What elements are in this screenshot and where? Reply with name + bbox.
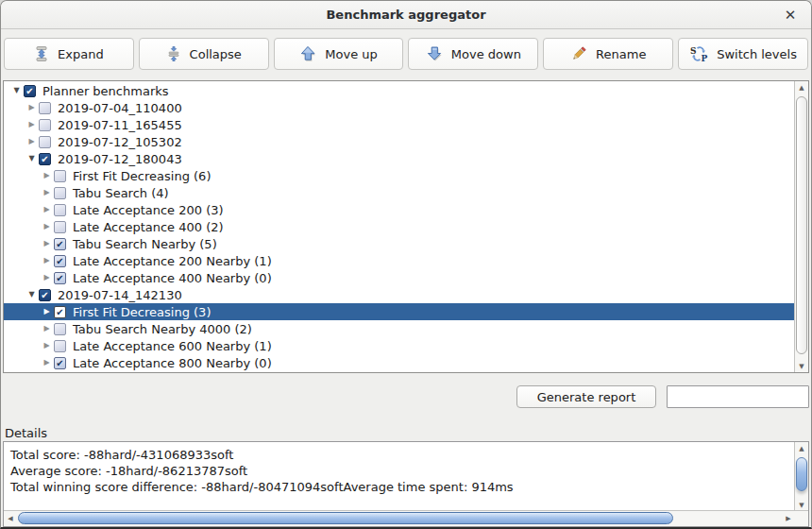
tree-label: First Fit Decreasing (6) <box>72 169 211 183</box>
tree-row[interactable]: ▶Tabu Search Nearby 4000 (2) <box>4 320 794 337</box>
tree-label: Late Acceptance 400 (2) <box>72 220 224 234</box>
tree-checkbox-mixed[interactable]: ✔ <box>39 153 51 165</box>
tree-row[interactable]: ▶Late Acceptance 600 Nearby (1) <box>4 337 794 354</box>
tree-checkbox-mixed[interactable]: ✔ <box>24 85 36 97</box>
tree-row[interactable]: ▼✔2019-07-12_180043 <box>4 150 794 167</box>
tree-row[interactable]: ▶2019-07-04_110400 <box>4 99 794 116</box>
tree-label: Tabu Search Nearby 4000 (2) <box>72 322 252 336</box>
tree-checkbox-checked[interactable]: ✔ <box>54 357 66 369</box>
tree-checkbox-unchecked[interactable] <box>39 102 51 114</box>
details-label: Details <box>5 426 47 440</box>
scroll-down-icon[interactable]: ▼ <box>795 360 808 372</box>
tree-label: First Fit Decreasing (3) <box>72 305 211 319</box>
tree-checkbox-unchecked[interactable] <box>39 136 51 148</box>
move-up-button[interactable]: Move up <box>274 38 404 70</box>
tree-row[interactable]: ▶Late Acceptance 200 (3) <box>4 201 794 218</box>
tree-checkbox-unchecked[interactable] <box>54 170 66 182</box>
rename-button[interactable]: Rename <box>543 38 673 70</box>
tree-scrollbar-thumb[interactable] <box>796 96 807 354</box>
tree-row[interactable]: ▶First Fit Decreasing (6) <box>4 167 794 184</box>
tree-checkbox-checked[interactable]: ✔ <box>54 255 66 267</box>
tree-row[interactable]: ▶✔Late Acceptance 800 Nearby (0) <box>4 354 794 371</box>
expander-collapsed-icon[interactable]: ▶ <box>40 184 54 201</box>
expander-collapsed-icon[interactable]: ▶ <box>40 320 54 337</box>
benchmark-aggregator-window: Benchmark aggregator ✕ Expand Collapse <box>0 0 812 529</box>
tree-row[interactable]: ▶✔Late Acceptance 200 Nearby (1) <box>4 252 794 269</box>
expander-collapsed-icon[interactable]: ▶ <box>40 201 54 218</box>
expander-collapsed-icon[interactable]: ▶ <box>40 252 54 269</box>
tree-checkbox-unchecked[interactable] <box>54 204 66 216</box>
tree-label: Late Acceptance 400 Nearby (0) <box>72 271 272 285</box>
tree-row[interactable]: ▶2019-07-11_165455 <box>4 116 794 133</box>
expander-expanded-icon[interactable]: ▼ <box>9 82 24 99</box>
move-down-button-label: Move down <box>451 47 521 61</box>
generate-report-button[interactable]: Generate report <box>516 385 656 408</box>
move-down-icon <box>426 45 443 62</box>
tree-row[interactable]: ▼✔Planner benchmarks <box>4 82 794 99</box>
tree-checkbox-checked[interactable]: ✔ <box>54 272 66 284</box>
details-text: Total score: -88hard/-431068933soft Aver… <box>10 447 787 495</box>
expander-collapsed-icon[interactable]: ▶ <box>40 167 54 184</box>
move-up-icon <box>299 45 316 62</box>
expander-collapsed-icon[interactable]: ▶ <box>40 337 54 354</box>
expander-expanded-icon[interactable]: ▼ <box>25 286 39 303</box>
tree-label: Late Acceptance 200 Nearby (1) <box>72 254 272 268</box>
expander-collapsed-icon[interactable]: ▶ <box>40 269 54 286</box>
switch-levels-button[interactable]: S P Switch levels <box>678 38 808 70</box>
collapse-icon <box>166 46 181 61</box>
tree-label: 2019-07-11_165455 <box>57 118 182 132</box>
expander-expanded-icon[interactable]: ▼ <box>25 150 39 167</box>
expander-collapsed-icon[interactable]: ▶ <box>40 354 54 371</box>
expander-collapsed-icon[interactable]: ▶ <box>25 99 39 116</box>
tree-checkbox-unchecked[interactable] <box>54 221 66 233</box>
svg-text:P: P <box>702 54 708 62</box>
close-icon[interactable]: ✕ <box>781 6 800 25</box>
report-name-field[interactable] <box>667 385 809 408</box>
tree-label: Late Acceptance 600 Nearby (1) <box>72 339 272 353</box>
tree-checkbox-mixed[interactable]: ✔ <box>39 289 51 301</box>
tree-label: 2019-07-14_142130 <box>57 288 182 302</box>
tree-label: Tabu Search (4) <box>72 186 169 200</box>
details-hscroll-thumb[interactable] <box>18 512 673 524</box>
scroll-left-icon[interactable]: ◀ <box>4 511 17 526</box>
tree-checkbox-unchecked[interactable] <box>39 119 51 131</box>
tree-label: Late Acceptance 800 Nearby (0) <box>72 356 272 370</box>
switch-levels-button-label: Switch levels <box>717 47 797 61</box>
move-down-button[interactable]: Move down <box>408 38 538 70</box>
rename-pencil-icon <box>570 45 587 62</box>
collapse-button-label: Collapse <box>190 47 242 61</box>
tree-checkbox-unchecked[interactable] <box>54 323 66 335</box>
details-line-average-score: Average score: -18hard/-86213787soft <box>10 463 787 479</box>
scroll-up-icon[interactable]: ▲ <box>795 442 808 454</box>
tree-row[interactable]: ▶Tabu Search (4) <box>4 184 794 201</box>
collapse-button[interactable]: Collapse <box>139 38 269 70</box>
expander-collapsed-icon[interactable]: ▶ <box>25 133 39 150</box>
tree-row[interactable]: ▶2019-07-12_105302 <box>4 133 794 150</box>
expander-collapsed-icon[interactable]: ▶ <box>25 116 39 133</box>
scroll-up-icon[interactable]: ▲ <box>795 81 808 94</box>
expander-collapsed-icon[interactable]: ▶ <box>40 303 54 320</box>
toolbar: Expand Collapse Move up <box>3 30 809 77</box>
details-line-total-score: Total score: -88hard/-431068933soft <box>10 447 787 463</box>
expander-collapsed-icon[interactable]: ▶ <box>40 218 54 235</box>
expander-collapsed-icon[interactable]: ▶ <box>40 235 54 252</box>
tree-row[interactable]: ▶✔Late Acceptance 400 Nearby (0) <box>4 269 794 286</box>
tree-label: Tabu Search Nearby (5) <box>72 237 217 251</box>
tree-label: 2019-07-12_105302 <box>57 135 182 149</box>
tree-row[interactable]: ▶✔First Fit Decreasing (3) <box>4 303 794 320</box>
expand-button[interactable]: Expand <box>4 38 134 70</box>
tree-row[interactable]: ▶Late Acceptance 400 (2) <box>4 218 794 235</box>
tree-row[interactable]: ▼✔2019-07-14_142130 <box>4 286 794 303</box>
scroll-right-icon[interactable]: ▶ <box>782 511 795 526</box>
tree-checkbox-unchecked[interactable] <box>54 187 66 199</box>
details-horizontal-scrollbar[interactable]: ◀ ▶ <box>4 510 808 526</box>
tree-checkbox-checked[interactable]: ✔ <box>54 306 66 318</box>
tree-vertical-scrollbar[interactable]: ▲ ▼ <box>794 81 808 372</box>
details-vertical-scrollbar[interactable]: ▲ ▼ <box>794 442 808 511</box>
tree-checkbox-unchecked[interactable] <box>54 340 66 352</box>
tree-row[interactable]: ▶✔Tabu Search Nearby (5) <box>4 235 794 252</box>
details-vscroll-thumb[interactable] <box>796 457 807 491</box>
tree-checkbox-checked[interactable]: ✔ <box>54 238 66 250</box>
tree-label: Planner benchmarks <box>42 84 169 98</box>
benchmark-tree-pane: ▼✔Planner benchmarks▶2019-07-04_110400▶2… <box>3 80 809 373</box>
